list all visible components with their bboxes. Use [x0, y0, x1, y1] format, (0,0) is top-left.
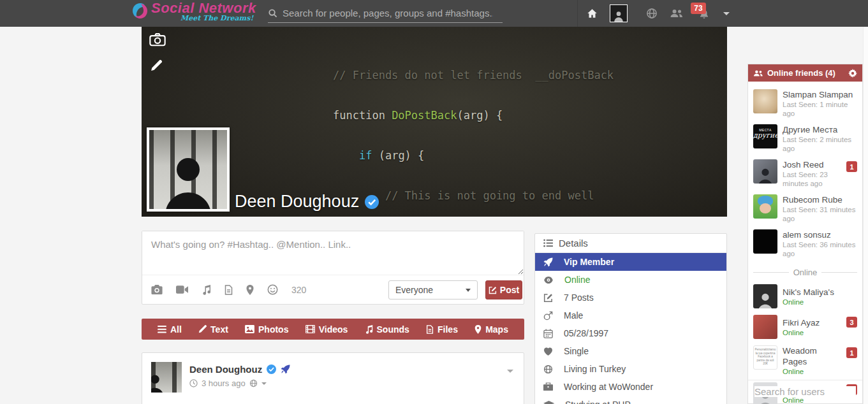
pinned-rocket-icon [281, 364, 290, 374]
navbar-avatar[interactable] [610, 4, 628, 22]
friends-list: Slampan SlampanLast Seen: 1 minute ago М… [748, 82, 862, 404]
search-input[interactable] [283, 8, 493, 18]
friend-avatar: МЕСТАдругие [753, 124, 777, 148]
person-silhouette-icon [756, 166, 775, 184]
attach-file-icon[interactable] [224, 285, 233, 295]
navbar-dropdown-caret[interactable] [723, 12, 730, 15]
friend-item[interactable]: Rubecom RubeLast Seen: 31 minutes ago [748, 191, 862, 226]
detail-row-posts: 7 Posts [535, 289, 726, 307]
post-meta-row: 3 hours ago [189, 379, 267, 388]
detail-label: Studying at PHP [565, 400, 631, 404]
tab-label: Videos [319, 324, 348, 335]
scrollbar-track[interactable] [863, 27, 868, 404]
attach-music-icon[interactable] [202, 285, 211, 295]
audience-select[interactable]: Everyone [388, 280, 478, 299]
detail-row-birthday: 05/28/1997 [535, 324, 726, 342]
detail-label: Vip Member [564, 257, 614, 267]
rocket-icon [543, 257, 553, 267]
post-author-name[interactable]: Deen Doughouz [189, 364, 262, 375]
friend-avatar [753, 89, 777, 113]
tab-text[interactable]: Text [198, 324, 228, 335]
friends-search-input[interactable] [754, 386, 856, 397]
eye-icon [543, 276, 554, 284]
friend-name: alem sonsuz [783, 229, 857, 240]
friend-avatar [753, 229, 777, 254]
tab-label: Photos [258, 324, 288, 335]
pencil-icon [198, 325, 207, 333]
tab-maps[interactable]: Maps [474, 324, 508, 335]
post-author-avatar[interactable] [151, 362, 182, 393]
search-icon [268, 8, 277, 18]
attach-photo-icon[interactable] [151, 285, 163, 294]
verified-badge-icon [267, 364, 276, 374]
online-friends-title: Online friends (4) [767, 68, 835, 78]
friend-avatar [753, 284, 777, 308]
gear-icon[interactable] [848, 69, 857, 78]
tab-sounds[interactable]: Sounds [365, 324, 409, 335]
emoji-icon[interactable] [267, 284, 278, 295]
feed-post: Deen Doughouz 3 hours ago [142, 352, 524, 404]
friend-item[interactable]: Nik's Maliya'sOnline [748, 281, 862, 312]
audience-selected-value: Everyone [395, 285, 433, 295]
attach-video-icon[interactable] [176, 285, 188, 294]
friend-item[interactable]: Personalizziamo la tua copertina Faceboo… [748, 342, 862, 379]
composer-textarea[interactable] [142, 231, 524, 275]
navbar-divider [577, 0, 578, 27]
notification-badge[interactable]: 73 [691, 3, 706, 14]
tab-videos[interactable]: Videos [305, 324, 348, 335]
attach-location-icon[interactable] [246, 285, 254, 295]
friend-status: Last Seen: 36 minutes ago [783, 240, 857, 258]
friend-item[interactable]: МЕСТАдругие Другие МестаLast Seen: 2 min… [748, 121, 862, 156]
verified-badge-icon [365, 195, 379, 209]
calendar-icon [543, 329, 553, 338]
change-cover-camera-icon[interactable] [149, 33, 166, 47]
detail-row-location: Living in Turkey [535, 360, 726, 378]
friend-status: Last Seen: 23 minutes ago [783, 170, 841, 188]
friend-name: Slampan Slampan [783, 89, 857, 100]
profile-picture[interactable] [147, 127, 230, 212]
friend-avatar [753, 159, 777, 184]
friend-name: Fikri Ayaz [783, 317, 820, 328]
friend-item[interactable]: Fikri AyazOnline 3 [748, 312, 862, 342]
friend-status: Last Seen: 1 minute ago [783, 100, 857, 118]
tab-files[interactable]: Files [426, 324, 458, 335]
tab-label: Files [438, 324, 458, 335]
detail-row-gender: Male [535, 307, 726, 324]
tab-photos[interactable]: Photos [245, 324, 288, 335]
friend-item[interactable]: Josh ReedLast Seen: 23 minutes ago 1 [748, 156, 862, 191]
detail-row-vip[interactable]: Vip Member [535, 253, 726, 271]
brand-logo[interactable]: Social Network Meet The Dreams! [129, 1, 256, 22]
friend-item[interactable]: alem sonsuzLast Seen: 36 minutes ago [748, 226, 862, 261]
friend-name: Другие Места [783, 124, 857, 135]
male-icon [543, 311, 553, 321]
list-icon [158, 326, 166, 333]
film-icon [305, 325, 315, 333]
details-title: Details [559, 238, 588, 249]
profile-name[interactable]: Deen Doughouz [235, 192, 359, 212]
tab-all[interactable]: All [158, 324, 182, 335]
person-silhouette-icon [756, 291, 775, 308]
globe-icon [543, 364, 553, 374]
friend-name: Rubecom Rube [783, 194, 857, 205]
globe-icon[interactable] [646, 8, 658, 19]
friends-icon [753, 69, 763, 77]
graduation-cap-icon [543, 401, 554, 404]
music-icon [365, 325, 373, 334]
char-counter: 320 [291, 285, 306, 295]
friend-avatar: Personalizziamo la tua copertina Faceboo… [753, 345, 777, 370]
friend-item[interactable]: Slampan SlampanLast Seen: 1 minute ago [748, 86, 862, 121]
avatar-text: другие [753, 132, 777, 140]
home-icon[interactable] [587, 8, 598, 18]
profile-name-row: Deen Doughouz [235, 192, 379, 212]
cover-photo[interactable]: // Friends do not let friends __doPostBa… [142, 27, 727, 217]
edit-profile-pencil-icon[interactable] [151, 60, 162, 71]
groups-icon[interactable] [670, 8, 684, 18]
post-options-caret[interactable] [507, 370, 513, 373]
friend-status: Last Seen: 2 minutes ago [783, 135, 857, 153]
post-button[interactable]: Post [485, 280, 522, 299]
privacy-caret-icon[interactable] [261, 382, 267, 385]
detail-row-study: Studying at PHP [535, 396, 726, 404]
post-time[interactable]: 3 hours ago [202, 379, 246, 388]
detail-label: Male [564, 310, 583, 321]
person-silhouette-icon [151, 372, 166, 393]
